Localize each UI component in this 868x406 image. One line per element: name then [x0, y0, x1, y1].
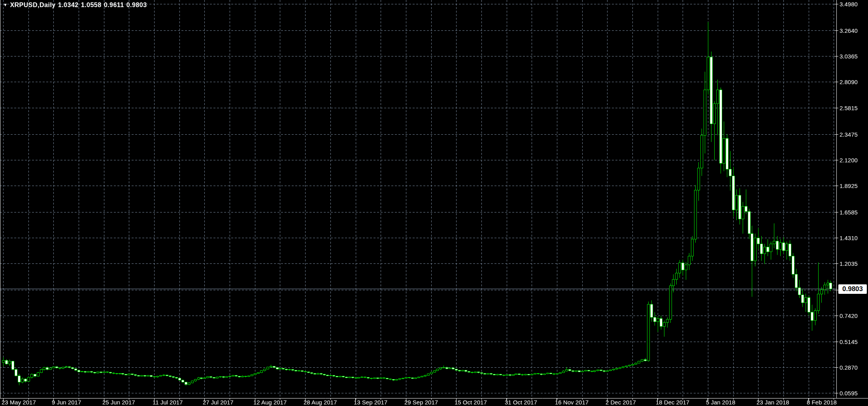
date-axis-label: 12 Aug 2017 [253, 399, 287, 405]
date-axis-label: 28 Aug 2017 [304, 399, 337, 405]
price-axis-label: 2.3475 [840, 132, 858, 137]
price-axis-label: 2.8090 [840, 79, 858, 85]
date-axis-label: 2 Dec 2017 [606, 399, 636, 405]
symbol-timeframe-label: XRPUSD,Daily [10, 2, 55, 9]
date-axis-label: 11 Jul 2017 [153, 399, 183, 405]
price-axis-label: 1.2035 [840, 261, 858, 267]
price-axis-label: 1.4310 [840, 235, 858, 241]
price-axis-label: 0.2870 [840, 365, 858, 370]
price-axis-label: 1.6585 [840, 209, 858, 215]
price-axis-label: 0.5145 [840, 339, 858, 345]
date-axis-label: 29 Sep 2017 [404, 399, 438, 405]
price-axis-label: 3.0365 [840, 53, 858, 59]
time-axis[interactable]: 23 May 20179 Jun 201725 Jun 201711 Jul 2… [0, 398, 868, 406]
price-axis-label: 2.5815 [840, 105, 858, 111]
open-value: 1.0342 [58, 2, 79, 9]
date-axis-label: 27 Jul 2017 [203, 399, 234, 405]
date-axis-label: 23 May 2017 [2, 399, 36, 405]
date-axis-label: 5 Jan 2018 [706, 399, 735, 405]
date-axis-label: 13 Sep 2017 [354, 399, 387, 405]
price-axis-label: 0.7420 [840, 313, 858, 319]
date-axis-label: 8 Feb 2018 [807, 399, 837, 405]
price-axis[interactable]: 3.49803.26403.03652.80902.58152.34752.12… [837, 0, 868, 398]
price-axis-label: 1.8925 [840, 183, 858, 189]
date-axis-label: 16 Nov 2017 [555, 399, 589, 405]
date-axis-label: 15 Oct 2017 [455, 399, 487, 405]
high-value: 1.0558 [81, 2, 102, 9]
current-price-label: 0.9803 [838, 284, 867, 294]
candlestick-chart[interactable] [0, 0, 868, 406]
date-axis-label: 23 Jan 2018 [757, 399, 789, 405]
price-axis-label: 3.2640 [840, 28, 858, 34]
low-value: 0.9611 [104, 2, 124, 9]
price-axis-label: 2.1200 [840, 157, 858, 163]
price-axis-label: 3.4980 [840, 1, 858, 7]
chart-window: ▼ XRPUSD,Daily 1.0342 1.0558 0.9611 0.98… [0, 0, 868, 406]
date-axis-label: 18 Dec 2017 [656, 399, 689, 405]
date-axis-label: 31 Oct 2017 [505, 399, 537, 405]
date-axis-label: 25 Jun 2017 [102, 399, 135, 405]
price-axis-label: 0.0595 [840, 390, 858, 396]
date-axis-label: 9 Jun 2017 [52, 399, 81, 405]
chevron-down-icon: ▼ [3, 2, 8, 7]
chart-title: ▼ XRPUSD,Daily 1.0342 1.0558 0.9611 0.98… [3, 1, 147, 9]
close-value: 0.9803 [126, 2, 147, 9]
